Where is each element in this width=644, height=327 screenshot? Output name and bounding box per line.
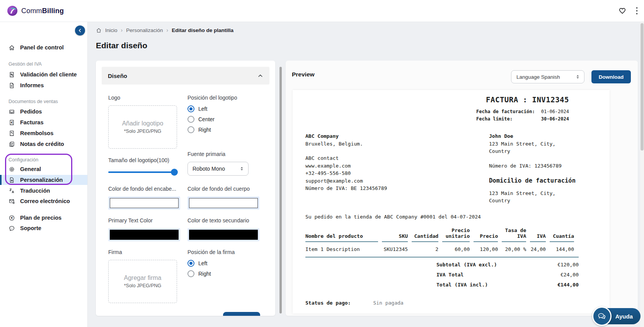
sidebar-item-general[interactable]: General [0, 164, 87, 174]
sidebar-item-support[interactable]: Soporte [0, 223, 87, 233]
logo-position-right[interactable]: Right [187, 126, 269, 133]
help-button[interactable]: Ayuda [595, 308, 641, 324]
document-gear-icon [9, 177, 15, 183]
logo-size-slider[interactable] [108, 169, 177, 176]
svg-text:€: € [10, 120, 13, 124]
breadcrumb-section[interactable]: Personalización [126, 27, 163, 33]
logo-position-left[interactable]: Left [187, 105, 269, 112]
save-button-partially-visible[interactable] [223, 312, 260, 316]
signature-position-right[interactable]: Right [187, 270, 269, 277]
header-bg-color-input[interactable] [108, 197, 180, 210]
cell-unit-price: 60,00 [442, 242, 470, 257]
body-bg-color-input[interactable] [187, 197, 259, 210]
signature-upload-box[interactable]: Agregar firma *Solo JPEG/PNG [108, 260, 177, 303]
translate-icon [9, 188, 15, 194]
sidebar-item-refunds[interactable]: Reembolsos [0, 128, 87, 138]
kebab-menu-icon[interactable] [636, 7, 638, 15]
collapse-chevron-icon[interactable] [257, 73, 263, 79]
sidebar-item-reports[interactable]: Informes [0, 80, 87, 90]
cell-vat: 24,00 [530, 242, 546, 257]
sidebar-item-credit-notes[interactable]: Notas de crédito [0, 139, 87, 149]
sidebar-item-dashboard[interactable]: Panel de control [0, 42, 87, 53]
sidebar-item-label: Panel de control [20, 44, 64, 51]
radio-icon[interactable] [187, 270, 194, 277]
primary-text-color-input[interactable] [108, 228, 180, 241]
chat-bubble-icon [9, 225, 15, 232]
breadcrumb-current: Editar diseño de plantilla [172, 27, 233, 33]
brand-name: CommBilling [21, 7, 64, 15]
primary-text-color-label: Primary Text Color [108, 217, 187, 224]
sidebar-item-label: Personalización [20, 177, 63, 183]
help-chat-icon [592, 307, 612, 326]
sidebar-collapse-button[interactable] [75, 25, 85, 36]
header-bg-color-label: Color de fondo del encabe... [108, 186, 187, 192]
design-section-title: Diseño [108, 73, 127, 79]
language-select[interactable]: Language Spanish [511, 70, 584, 83]
document-icon [9, 82, 15, 89]
design-panel: Diseño Logo Añadir logotipo *Solo JPEG/P… [96, 61, 275, 316]
sidebar-item-orders[interactable]: Pedidos [0, 107, 87, 117]
page-title: Editar diseño [96, 41, 147, 50]
table-header-row: Nombre del producto SKU Cantidad Precio … [305, 227, 574, 242]
sidebar-item-label: Facturas [20, 119, 43, 125]
sidebar-item-label: Pedidos [20, 108, 42, 115]
design-panel-scrollbar[interactable] [279, 67, 282, 313]
help-button-label: Ayuda [615, 313, 633, 320]
sidebar-section-sales: Documentos de ventas [0, 98, 87, 105]
invoice-date-value: 01-06-2024 [541, 109, 569, 114]
breadcrumb-separator-icon [167, 27, 169, 33]
body-bg-color-label: Color de fondo del cuerpo [187, 186, 269, 192]
payment-status-value: Sin pagada [373, 300, 403, 306]
billing-address1: 123 Main Street, City, [489, 190, 579, 197]
sidebar-section-vat: Gestión del IVA [0, 61, 87, 67]
logo-size-label: Tamaño del logotipo(100) [108, 157, 187, 163]
breadcrumb-home-icon[interactable] [96, 27, 102, 33]
signature-upload-hint: *Solo JPEG/PNG [124, 283, 162, 288]
select-arrows-icon [575, 74, 580, 80]
logo-upload-hint: *Solo JPEG/PNG [124, 129, 162, 134]
sidebar-item-personalization[interactable]: Personalización [0, 175, 87, 185]
download-button[interactable]: Download [591, 70, 631, 83]
radio-icon[interactable] [187, 116, 194, 123]
secondary-text-color-input[interactable] [187, 228, 259, 241]
company-address: Bruxelles, Belgium. [305, 140, 489, 148]
logo-upload-box[interactable]: Añadir logotipo *Solo JPEG/PNG [108, 105, 177, 149]
customer-address2: Country [489, 147, 579, 155]
radio-icon[interactable] [187, 126, 194, 133]
sidebar-item-invoices[interactable]: € Facturas [0, 117, 87, 127]
page-scrollbar-thumb[interactable] [641, 23, 644, 151]
favorite-heart-icon[interactable] [618, 7, 627, 15]
breadcrumb-home[interactable]: Inicio [105, 27, 118, 33]
logo-position-label: Posición del logotipo [187, 95, 269, 101]
col-sku-header: SKU [382, 227, 408, 242]
invoice-date-row: Fecha de facturación: 01-06-2024 [476, 109, 569, 114]
euro-circle-icon: € [9, 215, 15, 221]
signature-position-left[interactable]: Left [187, 260, 269, 267]
logo-position-center[interactable]: Center [187, 116, 269, 123]
breadcrumb-separator-icon [121, 27, 123, 33]
primary-font-select[interactable]: Roboto Mono [187, 162, 249, 176]
sidebar-item-customer-validation[interactable]: Validación del cliente [0, 69, 87, 80]
company-vat: Número de IVA: BE 123456789 [305, 185, 489, 192]
sidebar-item-translation[interactable]: Traducción [0, 186, 87, 196]
sidebar-item-pricing-plan[interactable]: € Plan de precios [0, 213, 87, 223]
svg-text:€: € [10, 216, 13, 220]
due-date-label: Fecha límite: [476, 116, 513, 122]
slider-track[interactable] [108, 171, 177, 173]
signature-upload-text: Agregar firma [124, 274, 162, 281]
contact-name: ABC contact [305, 154, 489, 162]
sidebar-item-label: Notas de crédito [20, 141, 64, 147]
radio-icon[interactable] [187, 260, 194, 267]
sidebar-item-email[interactable]: Correo electrónico [0, 196, 87, 206]
subtotal-label: Subtotal (IVA excl.) [436, 262, 497, 268]
invoice-euro-icon: € [9, 119, 15, 126]
table-bottom-rule [305, 257, 579, 258]
company-email: support@example.com [305, 177, 489, 185]
slider-thumb[interactable] [171, 169, 178, 176]
credit-note-icon [9, 141, 15, 147]
design-section-header[interactable]: Diseño [102, 67, 269, 85]
cell-sku: SKU12345 [382, 242, 408, 257]
sidebar-item-label: Correo electrónico [20, 198, 70, 204]
customer-address1: 123 Main Street, City, [489, 140, 579, 148]
radio-icon[interactable] [187, 105, 194, 112]
